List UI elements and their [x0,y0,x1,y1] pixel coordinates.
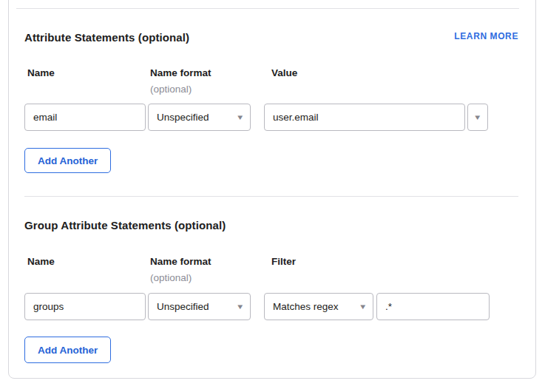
name-format-optional-note: (optional) [150,272,192,283]
column-header-filter: Filter [271,256,296,267]
attribute-name-format-select[interactable]: Unspecified ▾ [148,104,251,131]
add-another-attribute-button[interactable]: Add Another [24,148,111,173]
column-header-name-format: Name format [150,67,211,78]
column-header-value: Value [271,67,297,78]
attribute-name-format-value: Unspecified [157,112,209,123]
column-header-name: Name [27,256,55,267]
group-attribute-name-format-value: Unspecified [157,301,209,312]
chevron-down-icon: ▾ [238,303,243,311]
group-attribute-name-format-select[interactable]: Unspecified ▾ [148,293,251,320]
column-header-name: Name [27,67,55,78]
section-divider [24,196,518,197]
chevron-down-icon: ▾ [361,303,366,311]
attribute-value-dropdown-button[interactable]: ▾ [467,104,488,131]
group-attribute-statements-title: Group Attribute Statements (optional) [24,219,226,232]
saml-settings-panel: Attribute Statements (optional) LEARN MO… [0,0,545,392]
column-header-name-format: Name format [150,256,211,267]
learn-more-link[interactable]: LEARN MORE [454,31,518,41]
group-filter-type-select[interactable]: Matches regex ▾ [264,293,373,320]
attribute-statements-title: Attribute Statements (optional) [24,31,189,44]
settings-card [8,0,536,379]
chevron-down-icon: ▾ [475,113,481,121]
attribute-value-input[interactable] [264,104,465,131]
group-filter-value-input[interactable] [376,293,490,320]
group-attribute-name-input[interactable] [24,293,146,320]
top-divider [16,8,519,9]
add-another-group-attribute-button[interactable]: Add Another [24,337,111,363]
chevron-down-icon: ▾ [238,113,243,121]
name-format-optional-note: (optional) [150,84,192,95]
attribute-name-input[interactable] [24,104,146,131]
group-filter-type-value: Matches regex [273,301,339,312]
